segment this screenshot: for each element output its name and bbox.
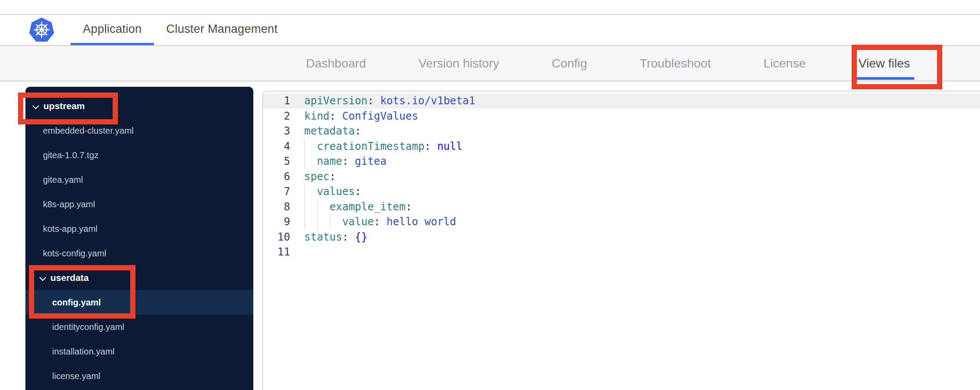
line-number: 9 <box>263 214 296 230</box>
line-number: 1 <box>263 93 296 109</box>
line-number: 7 <box>263 184 296 199</box>
tree-file-installation-yaml[interactable]: installation.yaml <box>25 339 253 364</box>
tab-troubleshoot[interactable]: Troubleshoot <box>633 46 718 81</box>
file-label: identityconfig.yaml <box>52 322 124 332</box>
code-line: 4 creationTimestamp:null <box>263 139 980 154</box>
kots-admin-console: Application Cluster Management Dashboard… <box>0 0 980 390</box>
tab-application[interactable]: Application <box>71 15 154 45</box>
header-tabs: Application Cluster Management <box>71 15 290 45</box>
file-label: embedded-cluster.yaml <box>43 126 134 136</box>
code-line: 1 apiVersion:kots.io/v1beta1 <box>263 93 980 109</box>
tree-folder-userdata[interactable]: userdata <box>25 266 253 290</box>
file-label: license.yaml <box>52 371 100 381</box>
line-number: 4 <box>263 139 296 154</box>
file-label: gitea-1.0.7.tgz <box>43 150 99 160</box>
tab-license[interactable]: License <box>756 46 813 81</box>
code-line: 10 status:{} <box>263 230 980 245</box>
line-number: 10 <box>263 230 296 245</box>
tree-file-gitea-tgz[interactable]: gitea-1.0.7.tgz <box>25 143 253 167</box>
tree-file-gitea-yaml[interactable]: gitea.yaml <box>25 167 253 192</box>
tree-file-k8s-app-yaml[interactable]: k8s-app.yaml <box>25 192 253 216</box>
tab-view-files[interactable]: View files <box>851 46 917 81</box>
code-line: 9 value:hello world <box>263 214 980 230</box>
file-label: gitea.yaml <box>43 175 83 185</box>
tree-file-kots-config-yaml[interactable]: kots-config.yaml <box>25 241 253 266</box>
code-line: 11 <box>263 245 980 260</box>
file-tree-sidebar: upstream embedded-cluster.yaml gitea-1.0… <box>25 87 253 390</box>
tab-version-history[interactable]: Version history <box>412 46 506 81</box>
tree-file-license-yaml[interactable]: license.yaml <box>25 364 253 388</box>
file-label: kots-app.yaml <box>43 224 98 234</box>
file-label: kots-config.yaml <box>43 248 107 259</box>
kubernetes-logo-icon <box>29 18 54 43</box>
line-number: 2 <box>263 109 296 124</box>
tab-config[interactable]: Config <box>545 46 594 81</box>
folder-label: upstream <box>43 101 85 111</box>
tree-file-config-yaml[interactable]: config.yaml <box>25 290 253 315</box>
code-line: 8 example_item: <box>263 199 980 215</box>
folder-label: userdata <box>50 273 89 283</box>
app-nav-tabs: Dashboard Version history Config Trouble… <box>299 46 955 81</box>
tree-folder-upstream[interactable]: upstream <box>25 94 253 118</box>
line-number: 8 <box>263 199 296 215</box>
tree-file-kots-app-yaml[interactable]: kots-app.yaml <box>25 216 253 241</box>
file-label: config.yaml <box>52 298 101 308</box>
line-number: 3 <box>263 124 296 139</box>
code-line: 2 kind:ConfigValues <box>263 109 980 124</box>
file-label: k8s-app.yaml <box>43 199 95 209</box>
tab-dashboard[interactable]: Dashboard <box>299 46 373 81</box>
chevron-down-icon[interactable] <box>32 103 39 110</box>
code-line: 5 name:gitea <box>263 154 980 169</box>
yaml-file-viewer[interactable]: 1 apiVersion:kots.io/v1beta1 2 kind:Conf… <box>262 91 980 390</box>
file-label: installation.yaml <box>52 347 114 357</box>
tree-file-identityconfig-yaml[interactable]: identityconfig.yaml <box>25 315 253 339</box>
line-number: 5 <box>263 154 296 169</box>
line-number: 6 <box>263 169 296 184</box>
code-line: 7 values: <box>263 184 980 199</box>
chevron-down-icon[interactable] <box>39 274 46 281</box>
tree-file-embedded-cluster-yaml[interactable]: embedded-cluster.yaml <box>25 118 253 143</box>
app-nav: Dashboard Version history Config Trouble… <box>0 45 980 82</box>
line-number: 11 <box>263 245 296 260</box>
app-header: Application Cluster Management <box>0 15 980 45</box>
tab-cluster-management[interactable]: Cluster Management <box>154 15 290 45</box>
code-line: 3 metadata: <box>263 124 980 139</box>
code-line: 6 spec: <box>263 169 980 184</box>
